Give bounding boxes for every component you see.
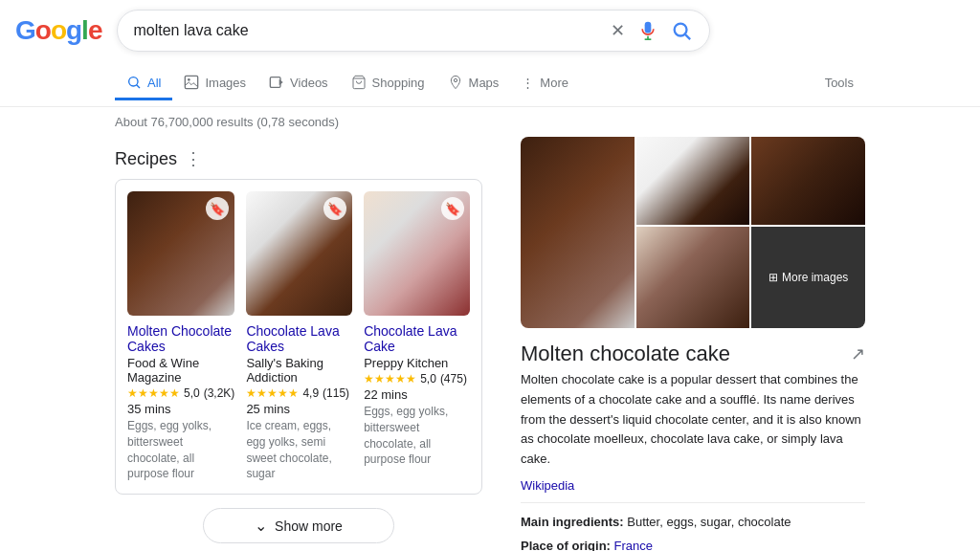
tab-all[interactable]: All: [115, 67, 172, 100]
kp-image-small-2[interactable]: [751, 137, 865, 225]
kp-image-small-3[interactable]: [636, 227, 750, 328]
more-images-button[interactable]: ⊞ More images: [751, 227, 865, 328]
recipe-cards-container: 🔖 Molten Chocolate Cakes Food & Wine Mag…: [115, 179, 482, 495]
kp-title: Molten chocolate cake ↗: [521, 342, 865, 366]
recipe-source-3: Preppy Kitchen: [364, 356, 470, 370]
clear-button[interactable]: ✕: [609, 18, 627, 43]
svg-point-2: [675, 24, 687, 36]
svg-rect-8: [270, 77, 280, 88]
tools-button[interactable]: Tools: [813, 68, 865, 100]
shopping-icon: [351, 75, 367, 90]
kp-image-small-1[interactable]: [636, 137, 750, 225]
recipe-time-1: 35 mins: [127, 402, 234, 416]
recipes-section-title: Recipes ⋮: [115, 148, 482, 169]
tab-maps[interactable]: Maps: [436, 67, 511, 100]
close-icon: ✕: [611, 20, 625, 41]
tab-images[interactable]: Images: [172, 67, 257, 100]
svg-point-7: [188, 78, 190, 81]
search-button[interactable]: [669, 18, 694, 43]
stars-2: ★★★★★: [246, 386, 299, 400]
recipe-time-2: 25 mins: [246, 402, 352, 416]
recipe-time-3: 22 mins: [364, 387, 470, 402]
search-bar: ✕: [117, 10, 710, 52]
svg-line-3: [686, 34, 691, 39]
svg-point-11: [454, 78, 457, 81]
svg-point-4: [129, 77, 138, 86]
svg-rect-6: [186, 76, 198, 88]
bookmark-icon-1[interactable]: 🔖: [206, 197, 229, 220]
maps-icon: [448, 75, 463, 90]
more-dots-icon: ⋮: [522, 76, 534, 90]
nav-tabs: All Images Videos Shopping Maps ⋮ Mo: [0, 61, 980, 107]
search-input[interactable]: [133, 22, 601, 39]
mic-button[interactable]: [636, 19, 659, 42]
kp-divider: [521, 502, 865, 503]
main-content: Recipes ⋮ 🔖 Molten Chocolate Cakes Food …: [0, 137, 980, 551]
section-menu-icon[interactable]: ⋮: [185, 148, 202, 169]
kp-source-link[interactable]: Wikipedia: [521, 478, 574, 493]
google-logo[interactable]: Google: [15, 15, 101, 46]
show-more-button[interactable]: ⌄ Show more: [203, 508, 394, 543]
recipe-ingredients-3: Eggs, egg yolks, bittersweet chocolate, …: [364, 404, 470, 468]
left-column: Recipes ⋮ 🔖 Molten Chocolate Cakes Food …: [115, 137, 482, 551]
recipe-source-2: Sally's Baking Addiction: [246, 356, 352, 385]
recipe-title-2[interactable]: Chocolate Lava Cakes: [246, 323, 352, 354]
mic-icon: [638, 21, 657, 40]
kp-image-large[interactable]: [521, 137, 635, 328]
recipe-title-3[interactable]: Chocolate Lava Cake: [364, 323, 470, 354]
kp-origin-link[interactable]: France: [614, 539, 653, 551]
kp-description: Molten chocolate cake is a popular desse…: [521, 370, 865, 470]
search-icons: ✕: [609, 18, 694, 43]
recipe-card-1[interactable]: 🔖 Molten Chocolate Cakes Food & Wine Mag…: [127, 191, 234, 482]
images-icon: [184, 75, 199, 90]
kp-image-grid: ⊞ More images: [521, 137, 865, 328]
kp-main-ingredients: Main ingredients: Butter, eggs, sugar, c…: [521, 513, 865, 532]
recipe-card-3[interactable]: 🔖 Chocolate Lava Cake Preppy Kitchen ★★★…: [364, 191, 470, 482]
svg-line-5: [137, 85, 140, 88]
stars-1: ★★★★★: [127, 386, 180, 400]
tab-more[interactable]: ⋮ More: [510, 68, 580, 100]
tab-shopping[interactable]: Shopping: [340, 67, 436, 100]
recipe-ingredients-1: Eggs, egg yolks, bittersweet chocolate, …: [127, 418, 234, 482]
recipe-image-3: 🔖: [364, 191, 470, 316]
results-info: About 76,700,000 results (0,78 seconds): [0, 107, 980, 137]
recipe-image-2: 🔖: [246, 191, 352, 316]
recipe-rating-3: ★★★★★ 5,0 (475): [364, 372, 470, 386]
kp-place-of-origin: Place of origin: France: [521, 537, 865, 551]
recipe-ingredients-2: Ice cream, eggs, egg yolks, semi sweet c…: [246, 418, 352, 482]
recipe-title-1[interactable]: Molten Chocolate Cakes: [127, 323, 234, 354]
recipe-card-2[interactable]: 🔖 Chocolate Lava Cakes Sally's Baking Ad…: [246, 191, 352, 482]
recipe-source-1: Food & Wine Magazine: [127, 356, 234, 385]
header: Google ✕: [0, 0, 980, 61]
stars-3: ★★★★★: [364, 372, 416, 386]
search-icon: [671, 20, 692, 41]
bookmark-icon-3[interactable]: 🔖: [441, 197, 464, 220]
recipe-rating-2: ★★★★★ 4,9 (115): [246, 386, 352, 400]
chevron-down-icon: ⌄: [255, 517, 267, 535]
bookmark-icon-2[interactable]: 🔖: [323, 197, 346, 220]
search-small-icon: [126, 75, 142, 90]
knowledge-panel: ⊞ More images Molten chocolate cake ↗ Mo…: [521, 137, 865, 551]
recipe-image-1: 🔖: [127, 191, 234, 316]
video-icon: [269, 75, 284, 90]
recipe-rating-1: ★★★★★ 5,0 (3,2K): [127, 386, 234, 400]
share-icon[interactable]: ↗: [851, 343, 865, 364]
image-grid-icon: ⊞: [768, 271, 778, 284]
tab-videos[interactable]: Videos: [257, 67, 340, 100]
